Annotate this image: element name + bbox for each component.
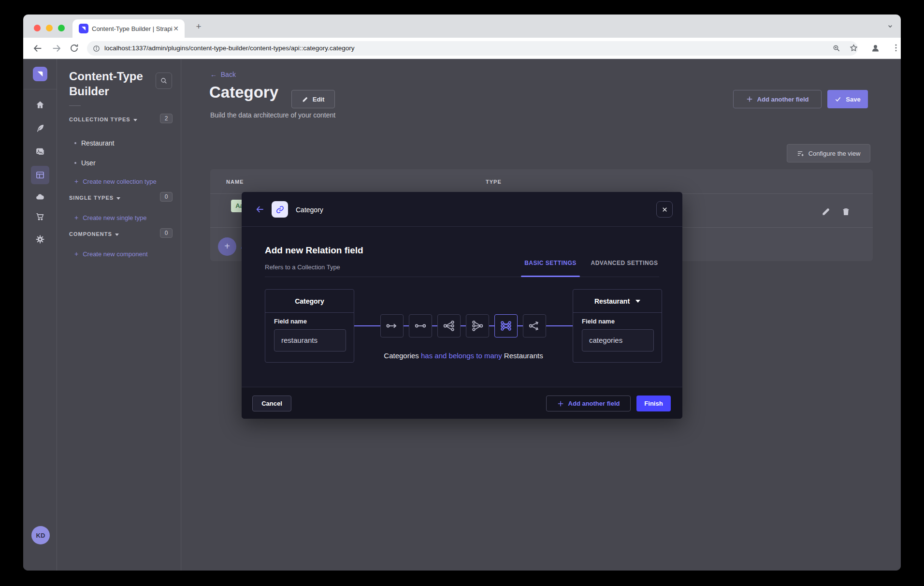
- sidebar-item-user[interactable]: User: [81, 159, 96, 167]
- finish-button[interactable]: Finish: [636, 396, 671, 411]
- maximize-window-button[interactable]: [58, 25, 65, 31]
- create-component-link[interactable]: +Create new component: [74, 250, 148, 258]
- main-nav-sidebar: KD: [23, 59, 57, 571]
- column-header-name: NAME: [226, 179, 244, 185]
- section-components[interactable]: COMPONENTS: [69, 231, 119, 237]
- browser-reload-icon[interactable]: [69, 43, 80, 54]
- settings-gear-icon[interactable]: [35, 234, 45, 244]
- modal-close-button[interactable]: [656, 201, 673, 218]
- modal-header: Category: [242, 192, 682, 227]
- browser-forward-icon[interactable]: [51, 43, 62, 54]
- page-subtitle: Build the data architecture of your cont…: [210, 111, 335, 119]
- target-field-name-input[interactable]: categories: [582, 329, 654, 352]
- relation-sentence: Categories has and belongs to many Resta…: [354, 352, 573, 360]
- profile-avatar-icon[interactable]: [870, 43, 881, 54]
- plus-icon: +: [74, 214, 78, 221]
- section-collection-types[interactable]: COLLECTION TYPES: [69, 117, 137, 122]
- components-count-badge: 0: [160, 228, 173, 238]
- content-manager-feather-icon[interactable]: [35, 123, 45, 133]
- section-single-types[interactable]: SINGLE TYPES: [69, 195, 120, 201]
- close-window-button[interactable]: [34, 25, 41, 31]
- modal-back-icon[interactable]: [255, 205, 265, 214]
- relation-one-to-many[interactable]: [437, 314, 461, 337]
- pencil-icon: [302, 96, 308, 103]
- media-library-icon[interactable]: [35, 146, 45, 156]
- content-type-builder-sidebar: Content-Type Builder COLLECTION TYPES 2 …: [57, 59, 181, 571]
- target-collection-select[interactable]: Restaurant: [573, 290, 662, 313]
- edit-field-icon[interactable]: [822, 207, 831, 216]
- strapi-favicon-icon: [79, 24, 88, 33]
- delete-field-icon[interactable]: [841, 207, 851, 216]
- home-icon[interactable]: [35, 100, 45, 110]
- minimize-window-button[interactable]: [46, 25, 53, 31]
- plus-icon: [746, 96, 753, 103]
- modal-breadcrumb: Category: [296, 206, 323, 214]
- column-header-type: TYPE: [486, 179, 502, 185]
- edit-button[interactable]: Edit: [291, 90, 335, 108]
- strapi-logo-icon[interactable]: [33, 67, 47, 81]
- relation-one-way[interactable]: [380, 314, 404, 337]
- strapi-admin-app: KD Content-Type Builder COLLECTION TYPES…: [23, 59, 901, 571]
- single-types-count-badge: 0: [160, 192, 173, 202]
- bullet-icon: [74, 162, 76, 164]
- source-field-name-input[interactable]: restaurants: [274, 329, 346, 352]
- add-another-field-button[interactable]: Add another field: [733, 90, 822, 108]
- relation-many-way[interactable]: [523, 314, 546, 337]
- save-button[interactable]: Save: [827, 90, 868, 108]
- tab-title: Content-Type Builder | Strapi: [92, 25, 173, 32]
- relation-many-to-one[interactable]: [466, 314, 489, 337]
- configure-view-button[interactable]: Configure the view: [787, 144, 870, 162]
- create-collection-type-link[interactable]: +Create new collection type: [74, 177, 157, 185]
- create-single-type-link[interactable]: +Create new single type: [74, 214, 146, 221]
- relation-one-to-one[interactable]: [409, 314, 432, 337]
- chevron-down-icon: [116, 197, 120, 200]
- collection-types-count-badge: 2: [160, 114, 173, 123]
- new-tab-button[interactable]: +: [193, 21, 204, 32]
- back-link[interactable]: ← Back: [210, 71, 236, 78]
- page-title: Category: [209, 83, 278, 102]
- marketplace-cart-icon[interactable]: [35, 212, 45, 221]
- tab-advanced-settings[interactable]: ADVANCED SETTINGS: [586, 260, 663, 266]
- browser-tab[interactable]: Content-Type Builder | Strapi ✕: [72, 19, 185, 38]
- field-name-label: Field name: [274, 318, 307, 325]
- chevron-down-icon: [635, 300, 640, 303]
- tab-basic-settings[interactable]: BASIC SETTINGS: [521, 260, 580, 266]
- zoom-page-icon[interactable]: [832, 44, 843, 55]
- plus-icon: +: [74, 177, 78, 185]
- cancel-button[interactable]: Cancel: [252, 396, 291, 411]
- user-avatar[interactable]: KD: [31, 526, 50, 544]
- field-name-label: Field name: [582, 318, 615, 325]
- url-text[interactable]: localhost:1337/admin/plugins/content-typ…: [104, 44, 355, 52]
- tab-close-icon[interactable]: ✕: [172, 25, 180, 32]
- browser-tab-bar: Content-Type Builder | Strapi ✕ +: [23, 15, 901, 38]
- modal-title: Add new Relation field: [265, 245, 363, 256]
- screenshot: Content-Type Builder | Strapi ✕ + localh…: [0, 0, 924, 586]
- relation-many-to-many[interactable]: [494, 314, 518, 337]
- source-card-title: Category: [265, 290, 354, 313]
- browser-menu-icon[interactable]: [891, 43, 901, 54]
- tab-search-chevron-icon[interactable]: [886, 22, 894, 30]
- cloud-icon[interactable]: [35, 192, 45, 202]
- site-info-icon[interactable]: [93, 45, 103, 56]
- check-icon: [835, 96, 841, 103]
- modal-add-another-field-button[interactable]: Add another field: [546, 396, 631, 411]
- nav-divider: [23, 89, 57, 89]
- chevron-down-icon: [133, 119, 137, 121]
- sidebar-item-restaurant[interactable]: Restaurant: [81, 139, 114, 147]
- content-type-builder-nav-item[interactable]: [31, 166, 49, 184]
- plus-icon: [557, 400, 564, 407]
- relation-link-icon: [272, 201, 288, 218]
- bookmark-star-icon[interactable]: [849, 44, 860, 54]
- add-field-row-plus-icon[interactable]: +: [218, 237, 236, 256]
- tabs-divider: [265, 277, 659, 277]
- sidebar-title: Content-Type Builder: [69, 69, 161, 99]
- chevron-down-icon: [115, 234, 119, 236]
- browser-window: Content-Type Builder | Strapi ✕ + localh…: [23, 15, 901, 571]
- plus-icon: +: [74, 250, 78, 258]
- browser-url-bar: localhost:1337/admin/plugins/content-typ…: [23, 38, 901, 59]
- sidebar-divider: [69, 105, 81, 106]
- search-button[interactable]: [156, 73, 172, 89]
- browser-back-icon[interactable]: [32, 43, 43, 54]
- configure-icon: [797, 150, 804, 157]
- bullet-icon: [74, 142, 76, 144]
